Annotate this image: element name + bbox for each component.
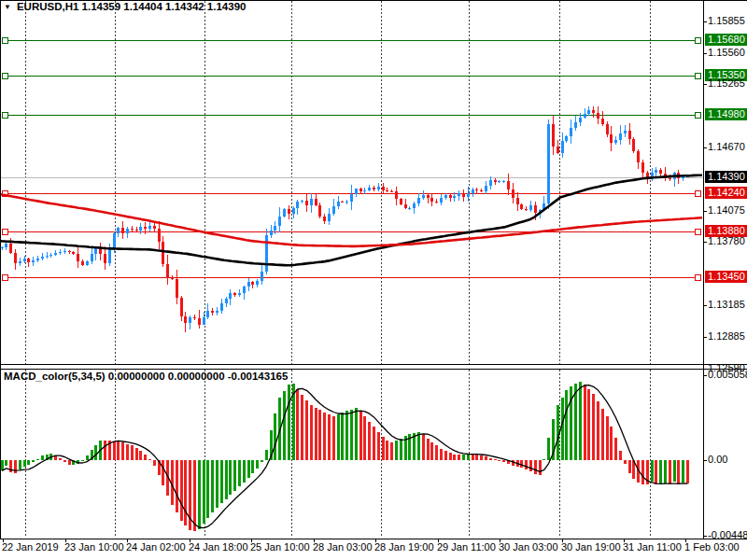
chart-title: ▼EURUSD,H1 1.14359 1.14404 1.14342 1.143… (4, 1, 246, 12)
macd-histogram (1, 382, 689, 531)
chart-title-text: EURUSD,H1 1.14359 1.14404 1.14342 1.1439… (17, 1, 247, 12)
chart-window[interactable]: 1.158551.156801.155601.153501.152651.149… (0, 0, 747, 560)
indicator-title: MACD_color(5,34,5) 0.00000000 0.00000000… (4, 371, 288, 382)
symbol-marker-icon[interactable]: ▼ (4, 3, 11, 11)
axis-ticks (4, 22, 708, 543)
chart-canvas[interactable] (0, 0, 747, 560)
candlestick-series (1, 106, 689, 332)
resistance-lines (3, 37, 701, 118)
